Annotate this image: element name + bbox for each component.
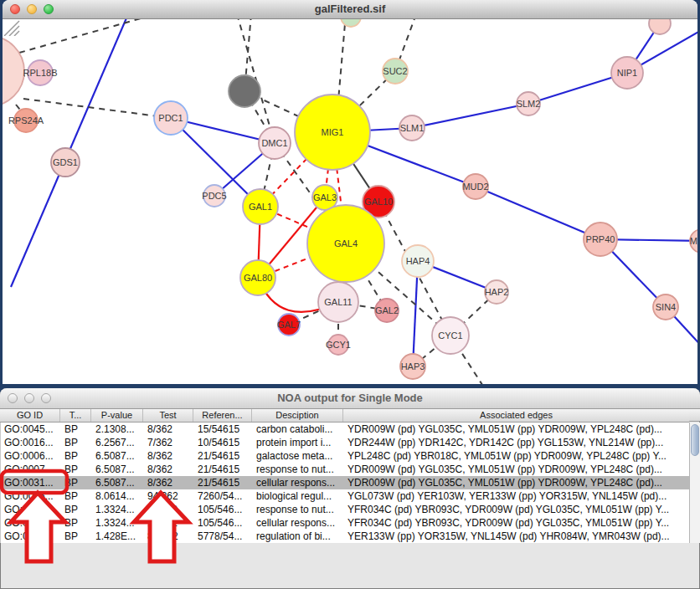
- network-edge: [23, 99, 171, 118]
- table-cell: 21/54615: [194, 449, 253, 463]
- network-edge: [476, 187, 600, 239]
- table-cell: GO:0050...: [1, 530, 61, 543]
- resize-grip-icon[interactable]: [3, 19, 21, 36]
- column-header-associated-edges[interactable]: Associated edges: [343, 409, 689, 422]
- node-label-GAL3: GAL3: [313, 192, 337, 202]
- node-label-GAL4: GAL4: [334, 238, 358, 248]
- table-cell: 21/54615: [194, 476, 253, 489]
- node-label-CYC1: CYC1: [438, 330, 462, 341]
- node-label-NIP1: NIP1: [617, 68, 637, 78]
- table-cell: cellular respons...: [253, 476, 344, 489]
- node-label-HAP2: HAP2: [485, 287, 509, 297]
- table-cell: GO:0045...: [1, 423, 61, 436]
- table-cell: GO:0031...: [1, 476, 61, 489]
- table-cell: 6.5087...: [92, 449, 144, 463]
- table-cell: 105/546...: [194, 516, 253, 530]
- table-cell: carbon cataboli...: [253, 423, 344, 436]
- table-cell: GO:0065...: [1, 489, 61, 503]
- table-cell: 7/362: [144, 436, 194, 449]
- network-edge: [412, 104, 528, 128]
- table-row[interactable]: GO:0050...BP1.428E...80/3625778/54...reg…: [1, 530, 689, 543]
- node-label-GAL2: GAL2: [375, 305, 399, 315]
- node-label-GAL80: GAL80: [244, 273, 272, 283]
- table-cell: 10/54615: [194, 436, 253, 449]
- table-cell: GO:0016...: [1, 436, 61, 449]
- table-cell: GO:0031...: [1, 516, 61, 530]
- table-cell: BP: [61, 423, 92, 436]
- table-cell: YGL073W (pd) YER103W, YER133W (pp) YOR31…: [344, 489, 689, 503]
- table-cell: YFR034C (pd) YBR093C, YDR009W (pd) YGL03…: [344, 503, 689, 516]
- scrollbar-thumb[interactable]: [691, 424, 699, 456]
- table-cell: 1.3324...: [92, 516, 144, 530]
- table-cell: YER133W (pp) YOR315W, YNL145W (pd) YHR08…: [344, 530, 689, 543]
- node-label-RPL18B: RPL18B: [23, 68, 58, 78]
- network-window: galFiltered.sif RPL18BRPS24AGDS1PDC1DMC1…: [3, 0, 697, 383]
- noa-window-title: NOA output for Single Mode: [0, 388, 700, 408]
- table-cell: YFR034C (pd) YBR093C, YDR009W (pd) YGL03…: [344, 516, 689, 530]
- column-header-desciption[interactable]: Desciption: [252, 409, 343, 422]
- table-cell: YDR009W (pd) YGL035C, YML051W (pp) YDR00…: [344, 423, 689, 436]
- node-unlabeled[interactable]: [649, 19, 671, 34]
- minimize-icon[interactable]: [27, 4, 37, 14]
- table-cell: 105/546...: [194, 503, 253, 516]
- node-label-GAL11: GAL11: [324, 297, 352, 307]
- node-label-GAL7: GAL7: [277, 320, 301, 330]
- node-label-DMC1: DMC1: [261, 138, 287, 148]
- table-cell: BP: [61, 516, 92, 530]
- table-cell: BP: [61, 436, 92, 449]
- column-header-t[interactable]: T...: [60, 409, 91, 422]
- node-label-GAL10: GAL10: [364, 197, 393, 207]
- node-unlabeled[interactable]: [341, 19, 361, 27]
- node-label-PDC1: PDC1: [158, 113, 183, 123]
- minimize-icon[interactable]: [24, 393, 34, 403]
- node-unlabeled[interactable]: [229, 75, 260, 107]
- column-header-go-id[interactable]: GO ID: [0, 409, 60, 422]
- node-label-MUD2: MUD2: [462, 182, 488, 192]
- table-cell: GO:0031...: [1, 503, 61, 516]
- node-unlabeled[interactable]: [3, 36, 24, 106]
- close-icon[interactable]: [8, 393, 18, 403]
- table-cell: 8/362: [144, 476, 194, 489]
- table-row[interactable]: GO:0045...BP2.1308...8/36215/54615carbon…: [1, 423, 689, 436]
- column-header-referen[interactable]: Referen...: [193, 409, 252, 422]
- node-label-HAP4: HAP4: [406, 256, 430, 266]
- node-label-MSL1: MSL1: [690, 236, 697, 246]
- node-label-GCY1: GCY1: [326, 340, 351, 350]
- table-cell: 6.5087...: [92, 463, 144, 476]
- column-header-p-value[interactable]: P-value: [91, 409, 143, 422]
- table-cell: BP: [61, 503, 92, 516]
- table-cell: 8/362: [144, 423, 194, 436]
- table-cell: response to nut...: [253, 463, 344, 476]
- vertical-scrollbar[interactable]: [689, 423, 700, 543]
- zoom-icon[interactable]: [44, 4, 54, 14]
- table-header-corner: [689, 409, 700, 422]
- table-row[interactable]: GO:0016...BP6.2567...7/36210/54615protei…: [1, 436, 689, 449]
- table-row[interactable]: GO:0031...BP6.5087...8/36221/54615cellul…: [1, 476, 689, 489]
- table-row[interactable]: GO:0031...BP1.3324...11/362105/546...res…: [1, 503, 689, 516]
- table-cell: BP: [61, 530, 92, 543]
- table-row[interactable]: GO:0007...BP6.5087...8/36221/54615respon…: [1, 463, 689, 476]
- zoom-icon[interactable]: [41, 393, 51, 403]
- network-window-titlebar: galFiltered.sif: [3, 0, 697, 19]
- column-header-test[interactable]: Test: [143, 409, 193, 422]
- node-label-RPS24A: RPS24A: [8, 115, 44, 125]
- table-cell: BP: [61, 476, 92, 489]
- table-row[interactable]: GO:0065...BP8.0614...94/3627260/54...bio…: [1, 489, 689, 503]
- network-edge: [19, 19, 162, 53]
- results-table: GO:0045...BP2.1308...8/36215/54615carbon…: [0, 423, 689, 543]
- table-cell: 8/362: [144, 449, 194, 463]
- table-cell: 94/362: [144, 489, 194, 503]
- table-cell: BP: [61, 489, 92, 503]
- table-row[interactable]: GO:0006...BP6.5087...8/36221/54615galact…: [1, 449, 689, 463]
- table-cell: BP: [61, 463, 92, 476]
- table-row[interactable]: GO:0031...BP1.3324...11/362105/546...cel…: [1, 516, 689, 530]
- node-label-MIG1: MIG1: [322, 127, 344, 137]
- table-cell: 80/362: [144, 530, 194, 543]
- node-label-SLM2: SLM2: [517, 99, 541, 109]
- noa-window: NOA output for Single Mode GO IDT...P-va…: [0, 388, 700, 589]
- table-cell: 7260/54...: [194, 489, 253, 503]
- network-canvas[interactable]: RPL18BRPS24AGDS1PDC1DMC1MIG1SUC2SLM1SLM2…: [3, 19, 697, 384]
- node-label-PRP40: PRP40: [586, 234, 615, 244]
- noa-window-titlebar: NOA output for Single Mode: [0, 388, 700, 409]
- close-icon[interactable]: [10, 4, 20, 14]
